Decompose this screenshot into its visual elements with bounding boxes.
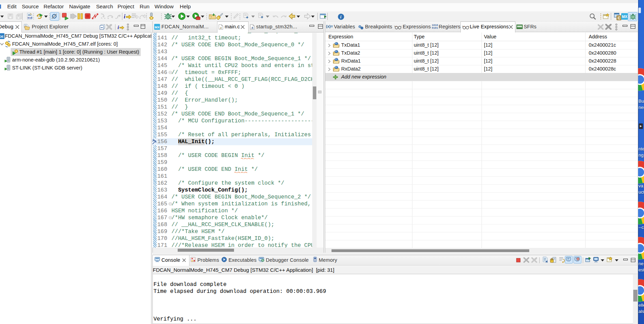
svg-text:.c: .c	[220, 26, 222, 29]
svg-text:MX: MX	[622, 15, 627, 19]
svg-text:010: 010	[28, 16, 32, 19]
svg-text:i: i	[340, 14, 342, 19]
svg-text:x: x	[395, 25, 396, 27]
svg-text:MX: MX	[155, 25, 160, 29]
svg-text:.S: .S	[251, 26, 254, 29]
svg-text:x: x	[463, 25, 464, 27]
svg-text:i: i	[124, 13, 125, 20]
svg-text:DE: DE	[0, 35, 4, 38]
svg-text:i: i	[118, 25, 119, 30]
svg-text:C: C	[618, 16, 620, 20]
